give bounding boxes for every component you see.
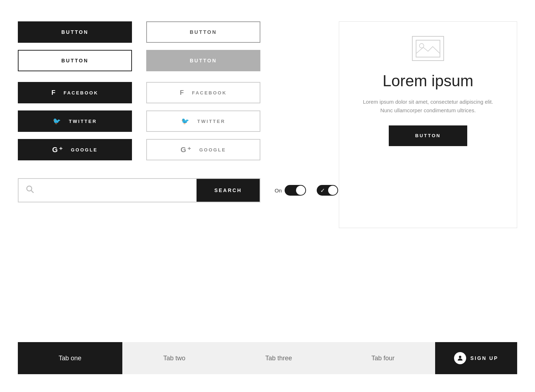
facebook-button-dark[interactable]: f FACEBOOK	[18, 82, 132, 103]
tab-four[interactable]: Tab four	[331, 342, 435, 374]
twitter-icon-dark: 🐦	[53, 117, 62, 125]
svg-line-1	[31, 191, 34, 193]
google-button-dark[interactable]: g⁺ GOOGLE	[18, 139, 132, 160]
button-outline-dark[interactable]: BUTTON	[18, 50, 132, 71]
search-button[interactable]: SEARCH	[197, 179, 260, 202]
checkmark-icon: ✓	[320, 187, 325, 194]
toggle-on-circle	[296, 186, 305, 195]
svg-point-0	[27, 186, 32, 191]
card-button[interactable]: BUTTON	[389, 125, 467, 146]
card-description: Lorem ipsum dolor sit amet, consectetur …	[357, 98, 499, 115]
toggle-checked-circle	[328, 186, 337, 195]
card-title: Lorem ipsum	[383, 72, 473, 91]
toggle-on-switch[interactable]	[285, 185, 306, 196]
tab-one[interactable]: Tab one	[18, 342, 122, 374]
button-outline-light[interactable]: BUTTON	[146, 21, 260, 43]
tabs-section: Tab one Tab two Tab three Tab four SIGN …	[0, 342, 535, 374]
search-input[interactable]	[38, 187, 189, 194]
svg-rect-2	[416, 40, 440, 57]
toggle-checked[interactable]: ✓	[317, 185, 338, 196]
user-icon	[454, 352, 466, 364]
card-image	[412, 36, 444, 61]
svg-point-4	[459, 356, 461, 358]
button-gray[interactable]: BUTTON	[146, 50, 260, 71]
signup-button[interactable]: SIGN UP	[435, 342, 517, 374]
tab-three[interactable]: Tab three	[226, 342, 331, 374]
toggle-checked-switch[interactable]: ✓	[317, 185, 338, 196]
toggle-on[interactable]: On	[275, 185, 306, 196]
facebook-button-outline[interactable]: f FACEBOOK	[146, 82, 260, 103]
google-button-outline[interactable]: g⁺ GOOGLE	[146, 139, 260, 160]
twitter-button-dark[interactable]: 🐦 TWITTER	[18, 110, 132, 132]
google-icon-outline: g⁺	[180, 145, 192, 154]
button-dark-filled[interactable]: BUTTON	[18, 21, 132, 43]
twitter-icon-outline: 🐦	[181, 117, 190, 125]
card: Lorem ipsum Lorem ipsum dolor sit amet, …	[339, 21, 517, 228]
search-bar: SEARCH	[18, 178, 260, 202]
google-icon-dark: g⁺	[52, 145, 64, 154]
search-icon	[26, 185, 34, 196]
twitter-button-outline[interactable]: 🐦 TWITTER	[146, 110, 260, 132]
facebook-icon-outline: f	[180, 89, 185, 97]
tab-two[interactable]: Tab two	[122, 342, 227, 374]
tab-bar: Tab one Tab two Tab three Tab four	[18, 342, 435, 374]
facebook-icon-dark: f	[51, 89, 56, 97]
